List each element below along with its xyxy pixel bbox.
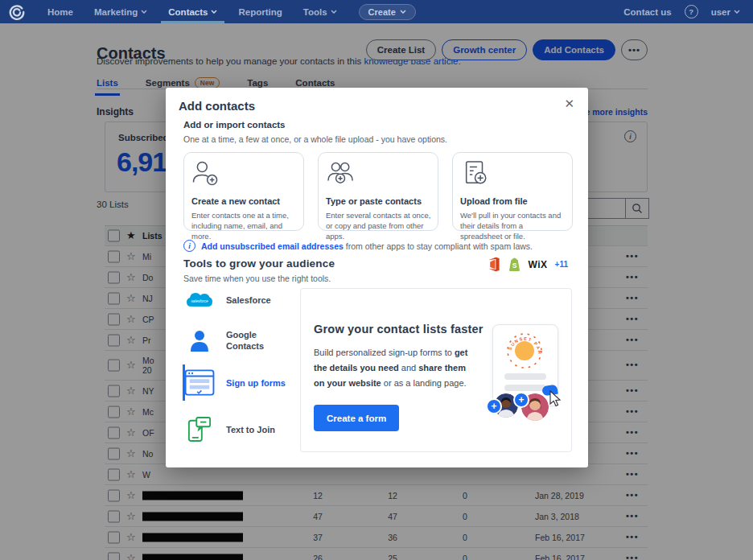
mouse-cursor-icon (547, 390, 563, 408)
constant-contact-logo-icon[interactable] (8, 3, 26, 21)
add-options: Create a new contactEnter contacts one a… (183, 152, 573, 231)
contact-us-link[interactable]: Contact us (623, 7, 671, 17)
help-icon[interactable]: ? (685, 5, 698, 19)
signup-forms-icon (183, 369, 216, 396)
tool-item-salesforce[interactable]: salesforceSalesforce (183, 290, 292, 310)
nav-right: Contact us ? user (623, 5, 753, 19)
option-card-type-or-paste-contacts[interactable]: Type or paste contactsEnter several cont… (318, 152, 438, 231)
create-button-label: Create (368, 7, 396, 17)
chevron-down-icon (400, 10, 406, 14)
signup-forms-panel: Grow your contact lists faster Build per… (300, 288, 572, 452)
nav-item-label: Reporting (238, 7, 282, 17)
close-icon[interactable]: ✕ (561, 95, 578, 113)
option-card-title: Type or paste contacts (326, 196, 431, 206)
nav-item-label: Contacts (168, 7, 208, 17)
unsubscribed-info-row: i Add unsubscribed email addresses from … (183, 240, 533, 252)
top-navbar: HomeMarketingContactsReportingTools Crea… (0, 0, 753, 23)
chevron-down-icon (734, 10, 740, 14)
option-card-desc: Enter several contacts at once, or copy … (326, 210, 431, 241)
option-card-desc: Enter contacts one at a time, including … (191, 210, 297, 241)
modal-title: Add contacts (179, 99, 255, 113)
panel-title: Grow your contact lists faster (314, 323, 483, 336)
nav-item-label: Home (47, 7, 73, 17)
create-a-form-button[interactable]: Create a form (314, 405, 399, 431)
option-card-upload-from-file[interactable]: Upload from fileWe'll pull in your conta… (452, 152, 573, 231)
info-icon: i (183, 240, 195, 252)
plus-badge-icon: + (486, 398, 502, 414)
nav-item-marketing[interactable]: Marketing (84, 0, 158, 23)
tools-heading: Tools to grow your audience (183, 257, 335, 270)
add-import-subtitle: One at a time, a few at once, or a whole… (183, 134, 447, 144)
integration-logos: S WiX +11 (487, 257, 568, 272)
more-integrations-link[interactable]: +11 (555, 260, 568, 269)
shopify-icon[interactable]: S (508, 257, 521, 272)
user-menu-label: user (711, 7, 730, 17)
user-menu[interactable]: user (711, 7, 740, 17)
option-card-title: Create a new contact (191, 196, 297, 206)
add-import-heading: Add or import contacts (183, 120, 286, 130)
google-contacts-icon (183, 330, 216, 352)
nav-item-label: Marketing (94, 7, 138, 17)
option-card-create-a-new-contact[interactable]: Create a new contactEnter contacts one a… (183, 152, 304, 231)
tool-item-google-contacts[interactable]: Google Contacts (183, 329, 292, 352)
tool-item-label: Sign up forms (226, 377, 289, 389)
nav-item-label: Tools (303, 7, 327, 17)
person-plus-icon (191, 176, 222, 190)
svg-text:S: S (512, 261, 516, 270)
nav-item-contacts[interactable]: Contacts (158, 0, 228, 23)
app-root: HomeMarketingContactsReportingTools Crea… (0, 0, 753, 560)
create-button[interactable]: Create (359, 4, 416, 20)
tool-item-label: Salesforce (226, 294, 289, 306)
sun-illustration-icon: SUNSET PARK (493, 327, 556, 369)
tool-item-sign-up-forms[interactable]: Sign up forms (183, 369, 292, 396)
tools-subtitle: Save time when you use the right tools. (183, 274, 331, 283)
option-card-title: Upload from file (460, 196, 566, 206)
unsubscribed-info-text: Add unsubscribed email addresses from ot… (201, 241, 533, 251)
avatars-cluster: + + (479, 384, 568, 432)
chevron-down-icon (141, 10, 147, 14)
chevron-down-icon (211, 10, 217, 14)
svg-text:salesforce: salesforce (191, 299, 208, 303)
option-card-desc: We'll pull in your contacts and their de… (460, 210, 566, 241)
info-rest: from other apps to stay compliant with s… (344, 241, 533, 251)
wix-logo[interactable]: WiX (529, 259, 548, 270)
nav-item-tools[interactable]: Tools (293, 0, 348, 23)
add-contacts-modal: Add contacts ✕ Add or import contacts On… (166, 88, 588, 467)
nav-item-reporting[interactable]: Reporting (228, 0, 292, 23)
add-unsubscribed-link[interactable]: Add unsubscribed email addresses (201, 241, 344, 251)
people-plus-icon (326, 176, 356, 190)
tool-item-label: Text to Join (226, 424, 289, 435)
nav-items: HomeMarketingContactsReportingTools (37, 0, 348, 23)
tool-item-text-to-join[interactable]: Text to Join (183, 416, 292, 443)
nav-item-home[interactable]: Home (37, 0, 84, 23)
tool-item-label: Google Contacts (226, 329, 289, 352)
placeholder-line (504, 373, 546, 380)
panel-body: Build personalized sign-up forms to get … (314, 345, 473, 391)
plus-badge-icon: + (513, 392, 529, 408)
chevron-down-icon (331, 10, 337, 14)
office-icon[interactable] (487, 257, 500, 272)
salesforce-icon: salesforce (183, 290, 216, 310)
text-to-join-icon (183, 416, 216, 443)
file-plus-icon (460, 176, 491, 190)
